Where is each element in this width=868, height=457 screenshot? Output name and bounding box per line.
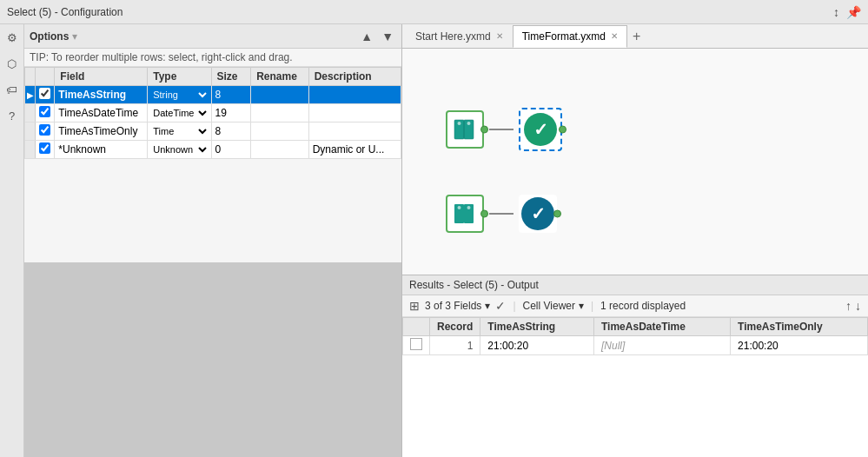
- results-header-row: Record TimeAsString TimeAsDateTime TimeA…: [403, 318, 868, 336]
- row-size: 0: [211, 141, 251, 159]
- results-panel: Results - Select (5) - Output ⊞ 3 of 3 F…: [402, 275, 868, 457]
- fields-dropdown-arrow: ▾: [485, 300, 490, 312]
- sidebar-hex-icon[interactable]: ⬡: [3, 54, 22, 73]
- cell-viewer-button[interactable]: Cell Viewer ▾: [523, 300, 584, 312]
- table-header-row: Field Type Size Rename Description: [25, 68, 401, 86]
- row-description: [308, 104, 401, 123]
- workflow-node-top: ✓: [446, 108, 562, 151]
- move-up-button[interactable]: ▲: [358, 28, 375, 45]
- cell-viewer-label: Cell Viewer: [523, 300, 575, 312]
- sidebar-tag-icon[interactable]: 🏷: [3, 80, 22, 99]
- th-check: [36, 68, 55, 86]
- row-arrow-cell: ▶: [25, 86, 36, 104]
- select-node-bottom[interactable]: ✓: [519, 195, 557, 233]
- connector-top: [489, 129, 514, 130]
- results-header-text: Results - Select (5) - Output: [409, 279, 539, 291]
- topbar-pin-icon[interactable]: 📌: [846, 5, 861, 19]
- table-row: 121:00:20[Null]21:00:20: [403, 336, 868, 355]
- th-timeasdatetime: TimeAsDateTime: [594, 318, 731, 336]
- row-arrow-cell: [25, 123, 36, 141]
- th-record: Record: [430, 318, 480, 336]
- tab-timeformat-close[interactable]: ✕: [611, 32, 618, 41]
- result-timeasdatetime: [Null]: [594, 336, 731, 355]
- row-check-cell[interactable]: [36, 123, 55, 141]
- row-check-cell[interactable]: [36, 104, 55, 123]
- results-header: Results - Select (5) - Output: [402, 275, 868, 295]
- tip-text: TIP: To reorder multiple rows: select, r…: [30, 51, 293, 63]
- row-type[interactable]: StringDateTimeTimeUnknownBoolInt16Int32I…: [148, 86, 211, 104]
- type-select[interactable]: StringDateTimeTimeUnknownBoolInt16Int32I…: [149, 143, 209, 156]
- row-checkbox[interactable]: [39, 124, 50, 136]
- tab-start-here[interactable]: Start Here.yxmd ✕: [406, 25, 513, 48]
- record-count-label: 1 record displayed: [600, 300, 686, 312]
- main-container: ⚙ ⬡ 🏷 ? Options ▾ ▲ ▼ TIP: To reorder mu…: [0, 24, 868, 457]
- input-node-bottom[interactable]: [446, 195, 484, 233]
- output-dot-select-bottom: [553, 210, 561, 218]
- right-panel: Start Here.yxmd ✕ TimeFormat.yxmd ✕ +: [402, 24, 868, 457]
- tip-bar: TIP: To reorder multiple rows: select, r…: [24, 49, 401, 67]
- options-label: Options: [30, 30, 69, 43]
- sidebar-icons: ⚙ ⬡ 🏷 ?: [0, 24, 24, 457]
- row-description: Dynamic or U...: [308, 141, 401, 159]
- row-type[interactable]: StringDateTimeTimeUnknownBoolInt16Int32I…: [148, 141, 211, 159]
- results-nav-up-button[interactable]: ↑: [845, 299, 851, 313]
- type-select[interactable]: StringDateTimeTimeUnknownBoolInt16Int32I…: [149, 125, 209, 137]
- row-rename: [251, 86, 309, 104]
- select-node-box-bottom: ✓: [519, 195, 557, 233]
- tab-timeformat[interactable]: TimeFormat.yxmd ✕: [513, 25, 627, 48]
- row-checkbox[interactable]: [39, 88, 50, 99]
- topbar-arrow-icon[interactable]: ↕: [833, 5, 839, 19]
- svg-point-9: [467, 206, 471, 209]
- th-description: Description: [308, 68, 401, 86]
- check-icon-bottom: ✓: [521, 197, 554, 230]
- sidebar-help-icon[interactable]: ?: [3, 106, 22, 125]
- th-rename: Rename: [251, 68, 309, 86]
- fields-count-label: 3 of 3 Fields: [425, 300, 481, 312]
- type-select[interactable]: StringDateTimeTimeUnknownBoolInt16Int32I…: [149, 89, 209, 101]
- svg-point-5: [467, 122, 471, 125]
- row-field: TimeAsString: [55, 86, 148, 104]
- row-rename: [251, 104, 309, 123]
- fields-table: Field Type Size Rename Description ▶Time…: [24, 67, 401, 159]
- select-node-top[interactable]: ✓: [519, 108, 562, 151]
- select-node-box-top: ✓: [519, 108, 562, 151]
- output-dot-select-top: [559, 126, 567, 134]
- null-value: [Null]: [601, 340, 625, 352]
- row-size: 8: [211, 86, 251, 104]
- row-arrow-cell: [25, 141, 36, 159]
- tab-add-button[interactable]: +: [627, 29, 646, 44]
- th-size: Size: [211, 68, 251, 86]
- input-node-top[interactable]: [446, 110, 484, 149]
- fields-dropdown-button[interactable]: 3 of 3 Fields ▾: [425, 300, 490, 312]
- sidebar-gear-icon[interactable]: ⚙: [3, 28, 22, 47]
- move-down-button[interactable]: ▼: [379, 28, 396, 45]
- th-arrow: [25, 68, 36, 86]
- book-icon-top: [446, 110, 484, 149]
- canvas-area: ✓: [402, 49, 868, 275]
- results-toolbar: ⊞ 3 of 3 Fields ▾ ✓ | Cell Viewer ▾ | 1 …: [402, 295, 868, 317]
- row-type[interactable]: StringDateTimeTimeUnknownBoolInt16Int32I…: [148, 123, 211, 141]
- results-row-indicator: [403, 336, 430, 355]
- results-nav-down-button[interactable]: ↓: [855, 299, 861, 313]
- row-size: 19: [211, 104, 251, 123]
- th-timeastimeonly: TimeAsTimeOnly: [731, 318, 868, 336]
- tab-start-here-close[interactable]: ✕: [496, 32, 503, 41]
- row-field: TimeAsTimeOnly: [55, 123, 148, 141]
- config-topbar: Select (5) - Configuration ↕ 📌: [0, 0, 868, 24]
- type-select[interactable]: StringDateTimeTimeUnknownBoolInt16Int32I…: [149, 107, 209, 119]
- row-field: TimeAsDateTime: [55, 104, 148, 123]
- toolbar-sep: |: [513, 300, 515, 312]
- row-checkbox[interactable]: [39, 142, 50, 154]
- th-type: Type: [148, 68, 211, 86]
- row-checkbox[interactable]: [39, 106, 50, 117]
- tab-start-here-label: Start Here.yxmd: [415, 30, 491, 43]
- gray-area: [24, 262, 401, 458]
- row-type[interactable]: StringDateTimeTimeUnknownBoolInt16Int32I…: [148, 104, 211, 123]
- result-timeasstring: 21:00:20: [480, 336, 594, 355]
- workflow-node-bottom: ✓: [446, 195, 557, 233]
- connector-bottom: [489, 213, 514, 215]
- row-rename: [251, 141, 309, 159]
- row-field: *Unknown: [55, 141, 148, 159]
- row-check-cell[interactable]: [36, 86, 55, 104]
- row-check-cell[interactable]: [36, 141, 55, 159]
